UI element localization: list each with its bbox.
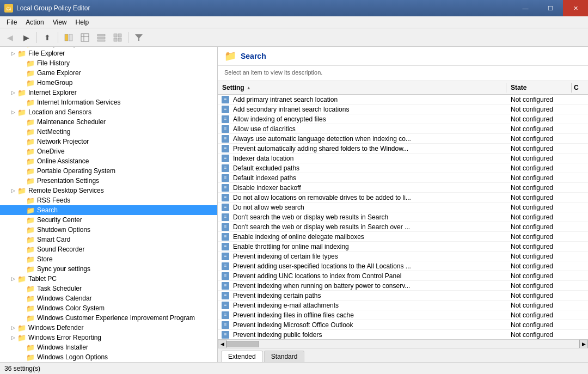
tree-item[interactable]: ▷📁Remote Desktop Services (0, 186, 217, 195)
setting-state: Not configured (506, 262, 572, 270)
tree-item[interactable]: 📁Windows Installer (0, 342, 217, 352)
filter-button[interactable] (131, 30, 146, 45)
setting-row[interactable]: ≡Allow use of diacriticsNot configured (218, 124, 588, 134)
setting-row[interactable]: ≡Enable indexing of online delegate mail… (218, 232, 588, 242)
setting-icon-img: ≡ (222, 233, 229, 241)
up-button[interactable]: ⬆ (40, 30, 55, 45)
col-header-setting[interactable]: Setting ▲ (218, 83, 506, 93)
tree-item[interactable]: ▷📁Tablet PC (0, 274, 217, 284)
tree-item[interactable]: 📁Sound Recorder (0, 244, 217, 254)
tree-item[interactable]: 📁Network Projector (0, 137, 217, 146)
h-scroll-thumb[interactable] (226, 341, 259, 347)
setting-row[interactable]: ≡Prevent adding UNC locations to index f… (218, 271, 588, 281)
tree-item[interactable]: 📁Search (0, 205, 217, 215)
setting-row[interactable]: ≡Always use automatic language detection… (218, 134, 588, 144)
setting-row[interactable]: ≡Disable indexer backoffNot configured (218, 183, 588, 193)
setting-row[interactable]: ≡Prevent indexing files in offline files… (218, 310, 588, 320)
tree-item[interactable]: 📁Security Center (0, 215, 217, 225)
setting-row[interactable]: ≡Add secondary intranet search locations… (218, 105, 588, 114)
h-scroll-right-btn[interactable]: ▶ (579, 340, 588, 348)
tree-item[interactable]: 📁Windows Calendar (0, 293, 217, 303)
close-button[interactable]: ✕ (563, 0, 588, 16)
menu-file[interactable]: File (2, 17, 21, 27)
minimize-button[interactable]: — (513, 0, 538, 16)
tree-item[interactable]: 📁Maintenance Scheduler (0, 117, 217, 127)
menu-action[interactable]: Action (21, 17, 48, 27)
setting-row[interactable]: ≡Default indexed pathsNot configured (218, 173, 588, 183)
tree-item[interactable]: ▷📁Location and Sensors (0, 107, 217, 117)
setting-row[interactable]: ≡Don't search the web or display web res… (218, 212, 588, 222)
setting-row-icon: ≡ (220, 301, 231, 310)
tree-item[interactable]: 📁Online Assistance (0, 156, 217, 166)
tab-extended[interactable]: Extended (221, 351, 263, 362)
menu-help[interactable]: Help (71, 17, 94, 27)
setting-row[interactable]: ≡Prevent indexing e-mail attachmentsNot … (218, 301, 588, 310)
setting-row[interactable]: ≡Allow indexing of encrypted filesNot co… (218, 114, 588, 124)
tree-item[interactable]: 📁Sync your settings (0, 264, 217, 274)
setting-row[interactable]: ≡Don't search the web or display web res… (218, 222, 588, 232)
setting-row[interactable]: ≡Do not allow web searchNot configured (218, 203, 588, 212)
tree-item[interactable]: 📁Internet Information Services (0, 97, 217, 107)
setting-row-icon: ≡ (220, 330, 231, 339)
setting-row[interactable]: ≡Add primary intranet search locationNot… (218, 95, 588, 105)
setting-name: Prevent indexing public folders (231, 331, 506, 339)
tree-item[interactable]: 📁Shutdown Options (0, 225, 217, 235)
setting-row[interactable]: ≡Prevent indexing public foldersNot conf… (218, 330, 588, 339)
tree-scroll[interactable]: 📁Edge UI📁Event Forwarding▷📁Event Log Ser… (0, 47, 217, 362)
maximize-button[interactable]: ☐ (538, 0, 563, 16)
settings-scroll[interactable]: ≡Add primary intranet search locationNot… (218, 95, 588, 339)
folder-icon: 📁 (26, 265, 35, 273)
setting-row[interactable]: ≡Prevent indexing certain pathsNot confi… (218, 291, 588, 301)
tree-item[interactable]: ▷📁Windows Error Reporting (0, 333, 217, 342)
setting-row[interactable]: ≡Prevent indexing of certain file typesN… (218, 252, 588, 261)
description-text: Select an item to view its description. (224, 69, 322, 76)
tree-item[interactable]: 📁Store (0, 254, 217, 264)
setting-row[interactable]: ≡Default excluded pathsNot configured (218, 163, 588, 173)
tree-item[interactable]: 📁Task Scheduler (0, 284, 217, 293)
tree-item[interactable]: 📁OneDrive (0, 146, 217, 156)
tree-item[interactable]: 📁Smart Card (0, 235, 217, 244)
setting-row[interactable]: ≡Prevent indexing when running on batter… (218, 281, 588, 291)
tree-label: Store (37, 255, 53, 263)
tree-item[interactable]: 📁Portable Operating System (0, 166, 217, 176)
menu-view[interactable]: View (48, 17, 71, 27)
tree-label: Game Explorer (37, 69, 81, 77)
tree-item[interactable]: 📁RSS Feeds (0, 195, 217, 205)
tree-item[interactable]: 📁Presentation Settings (0, 176, 217, 186)
col-header-state[interactable]: State (506, 83, 572, 93)
tree-item[interactable]: ▷📁Windows Defender (0, 323, 217, 333)
tree-item[interactable]: 📁HomeGroup (0, 78, 217, 88)
tree-item[interactable]: ▷📁File Explorer (0, 48, 217, 58)
tree-expander (17, 147, 26, 156)
setting-row[interactable]: ≡Enable throttling for online mail index… (218, 242, 588, 252)
tree-item[interactable]: 📁Windows Logon Options (0, 352, 217, 362)
setting-row[interactable]: ≡Prevent indexing Microsoft Office Outlo… (218, 320, 588, 330)
tree-item[interactable]: 📁Windows Customer Experience Improvement… (0, 313, 217, 323)
tree-expander (17, 343, 26, 352)
setting-row[interactable]: ≡Do not allow locations on removable dri… (218, 193, 588, 203)
tree-item[interactable]: 📁File History (0, 58, 217, 68)
view-button-2[interactable] (94, 30, 109, 45)
setting-state: Not configured (506, 155, 572, 162)
tree-item[interactable]: 📁Game Explorer (0, 68, 217, 78)
setting-name: Prevent automatically adding shared fold… (231, 145, 506, 152)
setting-icon-img: ≡ (222, 282, 229, 290)
tree-item[interactable]: 📁NetMeeting (0, 127, 217, 137)
tree-pane: 📁Edge UI📁Event Forwarding▷📁Event Log Ser… (0, 47, 218, 362)
h-scroll-left-btn[interactable]: ◀ (218, 340, 226, 348)
show-hide-button[interactable] (61, 30, 76, 45)
setting-row[interactable]: ≡Prevent automatically adding shared fol… (218, 144, 588, 154)
tree-label: Windows Error Reporting (28, 334, 101, 341)
tree-item[interactable]: ▷📁Internet Explorer (0, 88, 217, 97)
view-button-3[interactable] (110, 30, 125, 45)
back-button[interactable]: ◀ (2, 30, 17, 45)
view-button-1[interactable] (77, 30, 93, 45)
col-header-comment[interactable]: C (572, 83, 588, 93)
tree-item[interactable]: 📁Windows Color System (0, 303, 217, 313)
setting-row[interactable]: ≡Indexer data locationNot configured (218, 154, 588, 163)
forward-button[interactable]: ▶ (19, 30, 34, 45)
tab-standard[interactable]: Standard (264, 351, 305, 362)
tree-label: File History (37, 59, 70, 67)
tree-expander (17, 137, 26, 146)
setting-row[interactable]: ≡Prevent adding user-specified locations… (218, 261, 588, 271)
